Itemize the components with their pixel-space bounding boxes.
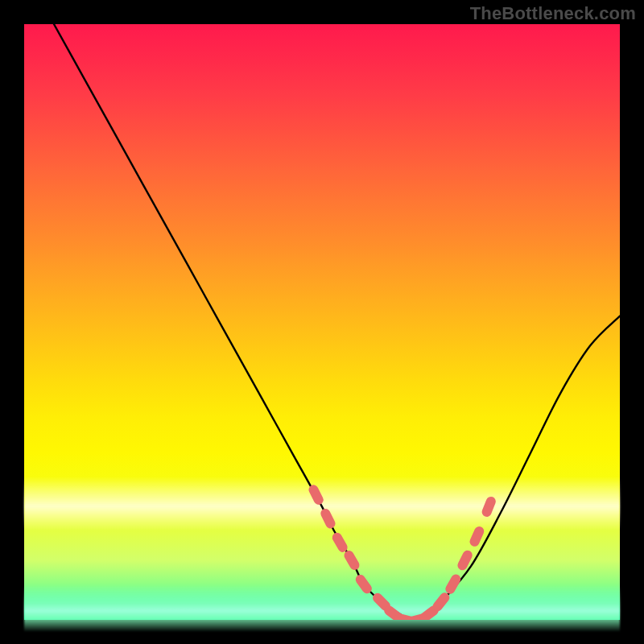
marker-point bbox=[481, 495, 497, 518]
curve-layer bbox=[24, 24, 620, 620]
marker-point bbox=[307, 483, 324, 506]
marker-point bbox=[444, 572, 462, 596]
marker-point bbox=[342, 549, 361, 572]
marker-point bbox=[319, 507, 336, 530]
marker-point bbox=[456, 549, 473, 572]
watermark-text: TheBottleneck.com bbox=[470, 3, 636, 24]
chart-stage: TheBottleneck.com bbox=[0, 0, 644, 644]
highlighted-points bbox=[307, 483, 497, 620]
plot-area bbox=[24, 24, 620, 620]
bottleneck-curve bbox=[54, 24, 620, 620]
